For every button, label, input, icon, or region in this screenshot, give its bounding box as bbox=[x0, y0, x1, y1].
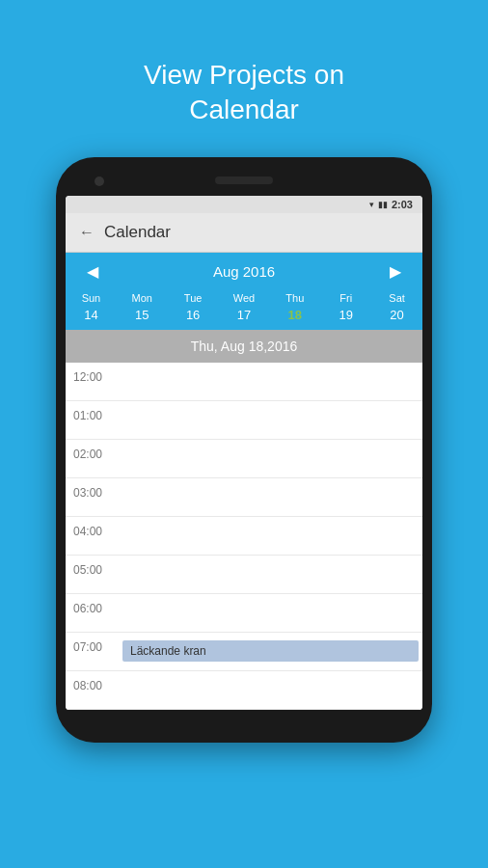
time-slot: 06:00 bbox=[66, 594, 422, 633]
time-slot: 05:00 bbox=[66, 556, 422, 594]
day-number-19[interactable]: 19 bbox=[320, 308, 371, 322]
time-slot: 01:00 bbox=[66, 401, 422, 440]
app-bar: ← Calendar bbox=[66, 213, 422, 253]
day-number-16[interactable]: 16 bbox=[168, 308, 219, 322]
phone-camera bbox=[95, 176, 104, 186]
wifi-icon: ▾ bbox=[369, 200, 374, 209]
time-slot-content bbox=[119, 478, 422, 494]
time-label: 05:00 bbox=[66, 556, 119, 584]
day-header-wed: Wed bbox=[219, 292, 270, 304]
time-slot: 12:00 bbox=[66, 363, 422, 401]
next-month-button[interactable]: ▶ bbox=[384, 260, 407, 283]
status-time: 2:03 bbox=[392, 199, 413, 210]
time-slot-content bbox=[119, 517, 422, 532]
prev-month-button[interactable]: ◀ bbox=[81, 260, 104, 283]
time-slot-content bbox=[119, 363, 422, 378]
time-slot: 04:00 bbox=[66, 517, 422, 556]
time-label: 04:00 bbox=[66, 517, 119, 546]
phone-speaker bbox=[215, 176, 273, 184]
day-header-sat: Sat bbox=[371, 292, 422, 304]
day-number-14[interactable]: 14 bbox=[66, 308, 117, 322]
status-bar: ▾ ▮▮ 2:03 bbox=[66, 196, 422, 213]
phone-top-bar bbox=[66, 176, 422, 184]
time-slot-content bbox=[119, 440, 422, 455]
page-title: View Projects on Calendar bbox=[144, 58, 344, 128]
day-headers: SunMonTueWedThuFriSat bbox=[66, 290, 422, 308]
day-header-fri: Fri bbox=[320, 292, 371, 304]
selected-date-bar: Thu, Aug 18,2016 bbox=[66, 330, 422, 363]
day-numbers: 14151617181920 bbox=[66, 308, 422, 330]
phone-screen: ▾ ▮▮ 2:03 ← Calendar ◀ Aug 2016 ▶ SunMon… bbox=[66, 196, 422, 710]
app-bar-title: Calendar bbox=[104, 223, 171, 242]
time-label: 12:00 bbox=[66, 363, 119, 392]
month-title: Aug 2016 bbox=[213, 263, 275, 280]
day-number-15[interactable]: 15 bbox=[117, 308, 168, 322]
calendar-month-header: ◀ Aug 2016 ▶ bbox=[66, 253, 422, 290]
time-slot: 07:00Läckande kran bbox=[66, 633, 422, 671]
day-header-sun: Sun bbox=[66, 292, 117, 304]
time-slot-content bbox=[119, 556, 422, 571]
day-number-18[interactable]: 18 bbox=[269, 308, 320, 322]
day-header-thu: Thu bbox=[269, 292, 320, 304]
phone-frame: ▾ ▮▮ 2:03 ← Calendar ◀ Aug 2016 ▶ SunMon… bbox=[56, 157, 432, 743]
time-label: 03:00 bbox=[66, 478, 119, 507]
event-item[interactable]: Läckande kran bbox=[122, 640, 419, 662]
time-slot-content bbox=[119, 401, 422, 417]
time-label: 06:00 bbox=[66, 594, 119, 623]
day-header-tue: Tue bbox=[168, 292, 219, 304]
time-slot-content bbox=[119, 671, 422, 687]
signal-icon: ▮▮ bbox=[378, 200, 388, 209]
time-slots: 12:0001:0002:0003:0004:0005:0006:0007:00… bbox=[66, 363, 422, 710]
time-label: 07:00 bbox=[66, 633, 119, 662]
day-number-20[interactable]: 20 bbox=[371, 308, 422, 322]
time-slot: 02:00 bbox=[66, 440, 422, 478]
time-slot-content: Läckande kran bbox=[119, 633, 422, 669]
back-button[interactable]: ← bbox=[79, 224, 95, 241]
day-number-17[interactable]: 17 bbox=[219, 308, 270, 322]
time-slot: 03:00 bbox=[66, 478, 422, 517]
selected-date-text: Thu, Aug 18,2016 bbox=[191, 339, 298, 354]
time-label: 01:00 bbox=[66, 401, 119, 430]
time-label: 02:00 bbox=[66, 440, 119, 469]
time-slot-content bbox=[119, 594, 422, 610]
day-header-mon: Mon bbox=[117, 292, 168, 304]
time-label: 08:00 bbox=[66, 671, 119, 700]
time-slot: 08:00 bbox=[66, 671, 422, 710]
